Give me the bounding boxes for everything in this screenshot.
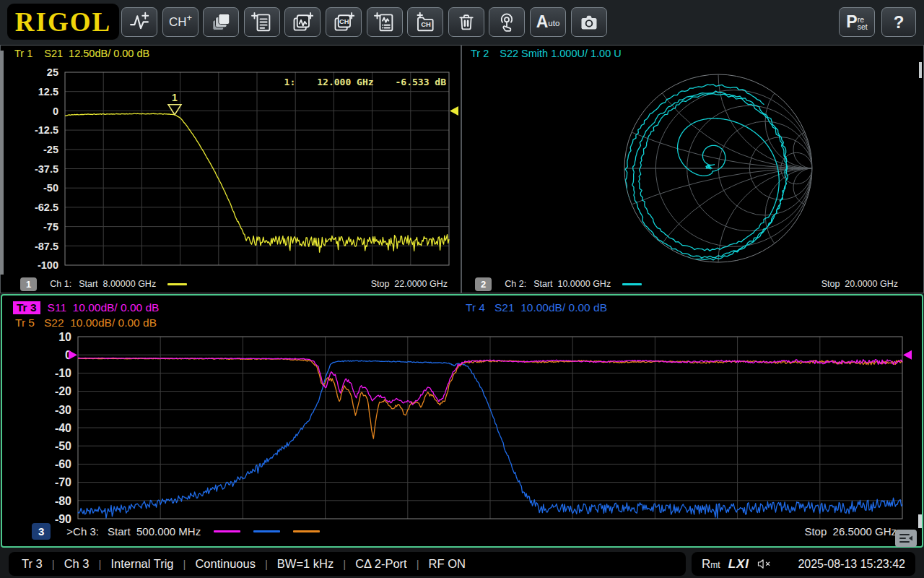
- channel2-start: Start 10.0000 GHz: [533, 279, 611, 289]
- mute-icon[interactable]: [757, 558, 771, 569]
- status-bar-right: Rmt LXI 2025-08-13 15:23:42: [692, 552, 915, 576]
- channel3-start: Start 500.000 MHz: [108, 525, 201, 538]
- channel3-stop: Stop 26.5000 GHz: [804, 525, 897, 538]
- status-rf-on: RF ON: [429, 557, 466, 571]
- status-separator: |: [52, 558, 55, 570]
- channel1-badge[interactable]: 1: [20, 277, 37, 291]
- window-channel2[interactable]: [461, 45, 924, 293]
- trace-setup-list-button[interactable]: [367, 7, 403, 37]
- trace1-label-row[interactable]: Tr 1 S21 12.50dB/ 0.00 dB: [14, 48, 149, 59]
- trace4-label-row[interactable]: Tr 4 S21 10.00dB/ 0.00 dB: [466, 301, 607, 314]
- status-bw-1-khz: BW=1 kHz: [277, 557, 334, 571]
- status-tr-3: Tr 3: [22, 557, 43, 571]
- trace1-color-swatch: [167, 283, 187, 285]
- trace3-active-badge[interactable]: Tr 3: [13, 301, 40, 314]
- marker-readout: 1: 12.000 GHz -6.533 dB: [65, 73, 446, 90]
- marker-readout-id: 1:: [284, 77, 296, 87]
- svg-text:CH: CH: [421, 21, 431, 28]
- trace3-color-swatch: [214, 530, 240, 533]
- trace3-label-row[interactable]: Tr 3 S11 10.00dB/ 0.00 dB: [13, 301, 159, 314]
- channel2-bar: 2 Ch 2: Start 10.0000 GHz Stop 20.0000 G…: [475, 276, 898, 292]
- channel1-stop: Stop 22.0000 GHz: [371, 279, 448, 289]
- datetime: 2025-08-13 15:23:42: [798, 558, 905, 571]
- channel1-start: Start 8.00000 GHz: [79, 279, 156, 289]
- status-continuous: Continuous: [195, 557, 255, 571]
- channel-setup-button[interactable]: CH: [407, 7, 443, 37]
- collapse-menu-icon[interactable]: [895, 530, 917, 547]
- trace5-label-row[interactable]: Tr 5 S22 10.00dB/ 0.00 dB: [15, 316, 157, 329]
- trace2-detail: S22 Smith 1.000U/ 1.00 U: [500, 48, 621, 59]
- trace5-color-swatch: [293, 530, 320, 533]
- window1-edge-handle[interactable]: [0, 51, 4, 275]
- status-internal-trig: Internal Trig: [110, 557, 173, 571]
- window-channel3-selected[interactable]: [1, 294, 923, 548]
- delete-button[interactable]: [448, 7, 484, 37]
- marker-readout-value: -6.533 dB: [396, 77, 446, 87]
- trace2-name: Tr 2: [471, 48, 489, 59]
- copy-trace-button[interactable]: [284, 7, 321, 37]
- trace4-name: Tr 4: [466, 301, 485, 314]
- vna-screen: RIGOL CH+CHCHAutoPreset? 2512.50-12.5-25…: [0, 0, 924, 578]
- trace2-color-swatch: [622, 283, 642, 285]
- status-separator: |: [265, 558, 268, 570]
- trace1-name: Tr 1: [14, 48, 32, 59]
- window2-edge-handle[interactable]: [919, 62, 922, 78]
- status-separator: |: [343, 558, 346, 570]
- copy-window-button[interactable]: [203, 7, 239, 37]
- channel3-bar: 3 >Ch 3: Start 500.000 MHz Stop 26.5000 …: [32, 522, 897, 541]
- screenshot-button[interactable]: [571, 7, 607, 37]
- status-c-2-port: CΔ 2-Port: [355, 557, 407, 571]
- channel2-badge[interactable]: 2: [475, 277, 492, 291]
- marker-readout-freq: 12.000 GHz: [317, 77, 373, 87]
- status-ch-3: Ch 3: [64, 557, 90, 571]
- add-channel-button[interactable]: CH+: [162, 7, 199, 37]
- trace5-detail: S22 10.00dB/ 0.00 dB: [44, 316, 157, 329]
- help-button[interactable]: ?: [881, 7, 916, 37]
- rigol-logo: RIGOL: [7, 4, 119, 40]
- status-separator: |: [417, 558, 419, 570]
- lxi-logo: LXI: [728, 557, 749, 571]
- trace4-color-swatch: [253, 530, 280, 533]
- channel2-name: Ch 2:: [505, 279, 526, 289]
- status-separator: |: [183, 558, 186, 570]
- channel2-stop: Stop 20.0000 GHz: [821, 279, 898, 289]
- trace2-label-row[interactable]: Tr 2 S22 Smith 1.000U/ 1.00 U: [471, 48, 622, 59]
- channel1-bar: 1 Ch 1: Start 8.00000 GHz Stop 22.0000 G…: [20, 276, 448, 292]
- add-trace-button[interactable]: [121, 7, 157, 37]
- channel3-badge[interactable]: 3: [32, 523, 51, 540]
- trace1-detail: S21 12.50dB/ 0.00 dB: [44, 48, 149, 59]
- status-separator: |: [99, 558, 102, 570]
- copy-channel-button[interactable]: CH: [326, 7, 362, 37]
- auto-scale-button[interactable]: Auto: [530, 7, 566, 37]
- touch-button[interactable]: [489, 7, 525, 37]
- remote-status: Rmt: [702, 557, 720, 571]
- preset-button[interactable]: Preset: [839, 7, 875, 37]
- status-bar-left: Tr 3|Ch 3|Internal Trig|Continuous|BW=1 …: [9, 552, 686, 576]
- toolbar: RIGOL CH+CHCHAutoPreset?: [0, 0, 924, 45]
- trace3-detail: S11 10.00dB/ 0.00 dB: [48, 301, 160, 314]
- trace4-detail: S21 10.00dB/ 0.00 dB: [494, 301, 607, 314]
- window3-edge-handle[interactable]: [918, 514, 922, 528]
- channel3-name: >Ch 3:: [66, 525, 99, 538]
- channel1-name: Ch 1:: [50, 279, 71, 289]
- svg-text:CH: CH: [339, 17, 349, 25]
- trace5-name: Tr 5: [15, 316, 35, 329]
- new-measure-table-button[interactable]: [244, 7, 280, 37]
